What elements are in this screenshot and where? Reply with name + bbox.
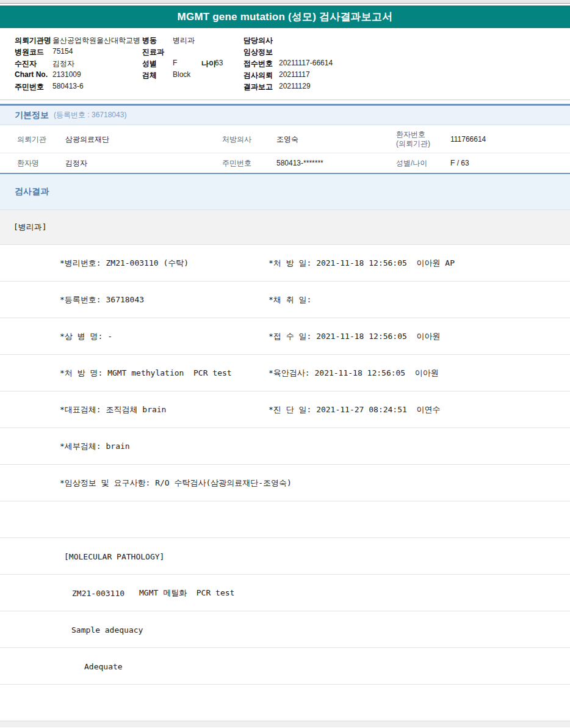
label-attending-doctor: 담당의사 — [244, 35, 273, 46]
results-section-header: 검사결과 — [0, 174, 570, 210]
label-department: 진료과 — [142, 47, 164, 57]
result-row: Adequate — [0, 648, 570, 685]
result-row: *처 방 명: MGMT methylation PCR test *육안검사:… — [0, 355, 570, 391]
value-resident-no-2: 580413-******* — [276, 159, 323, 167]
results-section-title: 검사결과 — [15, 186, 49, 197]
result-sub-specimen: *세부검체: brain — [60, 441, 130, 452]
label-accession-no: 접수번호 — [244, 59, 273, 69]
report-title-bar: MGMT gene mutation (성모) 검사결과보고서 — [0, 5, 570, 28]
patient-header-row: Chart No. 2131009 검체 Block 검사의뢰 20211117 — [0, 69, 570, 81]
result-main-specimen: *대표검체: 조직검체 brain — [60, 404, 166, 415]
result-registration-no: *등록번호: 36718043 — [60, 294, 144, 305]
label-patient-no-line2: (의뢰기관) — [396, 139, 430, 148]
value-sex: F — [173, 59, 177, 67]
result-row: *상 병 명: - *접 수 일: 2021-11-18 12:56:05 이아… — [0, 318, 570, 355]
result-row: *세부검체: brain — [0, 428, 570, 465]
result-row: *등록번호: 36718043 *채 취 일: — [0, 282, 570, 318]
registration-no-note: (등록번호 : 36718043) — [54, 110, 126, 120]
basic-info-section: 기본정보 (등록번호 : 36718043) 의뢰기관 삼광의료재단 처방의사 … — [0, 104, 570, 174]
basic-info-header: 기본정보 (등록번호 : 36718043) — [0, 106, 570, 125]
value-report-date: 20211129 — [279, 82, 311, 90]
label-specimen: 검체 — [142, 70, 157, 81]
basic-info-table: 의뢰기관 삼광의료재단 처방의사 조영숙 환자번호 (의뢰기관) 1117666… — [0, 125, 570, 174]
value-requesting-org: 울산공업학원울산대학교병 — [52, 35, 140, 46]
patient-header-row: 병원코드 75154 진료과 임상정보 — [0, 46, 570, 57]
label-ward: 병동 — [142, 35, 157, 46]
value-age: 63 — [215, 59, 223, 67]
basic-info-title: 기본정보 — [15, 110, 49, 121]
result-clinical-request: *임상정보 및 요구사항: R/O 수탁검사(삼광의료재단-조영숙) — [60, 478, 292, 489]
label-clinical-info: 임상정보 — [244, 47, 273, 57]
result-diagnosis-name: *상 병 명: - — [60, 331, 112, 342]
label-requesting-org: 의뢰기관명 — [15, 35, 51, 46]
result-pathology-no: *병리번호: ZM21-003110 (수탁) — [60, 258, 189, 269]
result-collection-date: *채 취 일: — [269, 294, 311, 305]
sample-adequacy-value: Adequate — [84, 661, 123, 671]
sample-adequacy-label: Sample adequacy — [71, 625, 143, 634]
patient-header-row: 수진자 김정자 성별 F 나이 63 접수번호 20211117-66614 — [0, 57, 570, 69]
value-resident-no: 580413-6 — [52, 82, 84, 90]
value-test-request-date: 20211117 — [279, 70, 310, 79]
basic-info-row: 환자명 김정자 주민번호 580413-******* 성별/나이 F / 63 — [0, 153, 570, 173]
result-row: *병리번호: ZM21-003110 (수탁) *처 방 일: 2021-11-… — [0, 245, 570, 282]
label-report-date: 결과보고 — [244, 82, 273, 92]
label-hospital-code: 병원코드 — [15, 47, 44, 57]
basic-info-row: 의뢰기관 삼광의료재단 처방의사 조영숙 환자번호 (의뢰기관) 1117666… — [0, 125, 570, 153]
result-gross-exam-date: *육안검사: 2021-11-18 12:56:05 이아원 — [269, 368, 439, 379]
label-chart-no: Chart No. — [15, 70, 48, 79]
value-referral-org: 삼광의료재단 — [65, 134, 109, 144]
molecular-pathology-header: [MOLECULAR PATHOLOGY] — [64, 551, 164, 561]
label-test-request-date: 검사의뢰 — [244, 70, 273, 81]
value-specimen: Block — [173, 70, 190, 79]
department-row: [병리과] — [0, 210, 570, 245]
label-patient-name: 수진자 — [15, 59, 37, 69]
label-ordering-doctor: 처방의사 — [222, 134, 251, 144]
value-ordering-doctor: 조영숙 — [276, 134, 298, 144]
molecular-test-no: ZM21-003110 — [72, 588, 124, 597]
result-order-date: *처 방 일: 2021-11-18 12:56:05 이아원 AP — [269, 258, 455, 269]
label-age: 나이 — [201, 59, 216, 69]
result-row: *대표검체: 조직검체 brain *진 단 일: 2021-11-27 08:… — [0, 391, 570, 428]
result-receipt-date: *접 수 일: 2021-11-18 12:56:05 이아원 — [269, 331, 441, 342]
result-row-empty — [0, 685, 570, 721]
result-row: *임상정보 및 요구사항: R/O 수탁검사(삼광의료재단-조영숙) — [0, 465, 570, 501]
result-diagnosis-date: *진 단 일: 2021-11-27 08:24:51 이연수 — [269, 404, 441, 415]
label-resident-no: 주민번호 — [15, 82, 44, 92]
department-label: [병리과] — [13, 222, 47, 233]
patient-header-block: 의뢰기관명 울산공업학원울산대학교병 병동 병리과 담당의사 병원코드 7515… — [0, 28, 570, 92]
label-sex-age: 성별/나이 — [396, 158, 427, 169]
label-patient-no-line1: 환자번호 — [396, 130, 425, 139]
result-row: Sample adequacy — [0, 611, 570, 648]
window-bottom-strip — [0, 721, 570, 727]
report-title: MGMT gene mutation (성모) 검사결과보고서 — [178, 10, 393, 24]
molecular-test-name: MGMT 메틸화 PCR test — [139, 588, 234, 599]
result-row-empty — [0, 501, 570, 538]
value-ward: 병리과 — [173, 35, 195, 46]
value-hospital-code: 75154 — [52, 47, 73, 56]
label-resident-no-2: 주민번호 — [222, 158, 251, 169]
result-row: ZM21-003110 MGMT 메틸화 PCR test — [0, 575, 570, 611]
value-chart-no: 2131009 — [52, 70, 81, 79]
result-row: [MOLECULAR PATHOLOGY] — [0, 538, 570, 575]
value-sex-age: F / 63 — [450, 159, 469, 167]
label-sex: 성별 — [142, 59, 157, 69]
value-patient-no-referral: 111766614 — [450, 135, 486, 144]
result-order-name: *처 방 명: MGMT methylation PCR test — [60, 368, 232, 379]
value-accession-no: 20211117-66614 — [279, 59, 333, 67]
label-referral-org: 의뢰기관 — [17, 134, 46, 144]
patient-header-row: 주민번호 580413-6 결과보고 20211129 — [0, 81, 570, 92]
value-patient-name: 김정자 — [52, 59, 74, 69]
value-patient-name-2: 김정자 — [65, 158, 87, 169]
section-divider — [0, 100, 570, 104]
label-patient-name-2: 환자명 — [17, 158, 39, 169]
label-patient-no-referral: 환자번호 (의뢰기관) — [396, 130, 430, 148]
patient-header-row: 의뢰기관명 울산공업학원울산대학교병 병동 병리과 담당의사 — [0, 34, 570, 46]
